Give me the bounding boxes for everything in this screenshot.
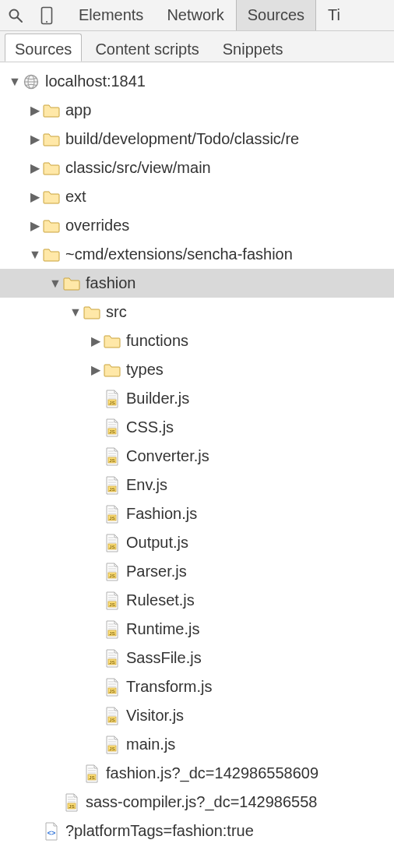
tree-row[interactable]: JSSassFile.js xyxy=(0,644,394,672)
tab-label: Ti xyxy=(328,6,340,23)
tree-node-label: Fashion.js xyxy=(126,505,197,523)
tree-row[interactable]: JSOutput.js xyxy=(0,528,394,557)
tree-row[interactable]: JSRuntime.js xyxy=(0,615,394,644)
tree-row[interactable]: JSsass-compiler.js?_dc=142986558 xyxy=(0,788,394,817)
folder-icon xyxy=(42,130,61,149)
svg-text:JS: JS xyxy=(109,457,114,462)
folder-icon xyxy=(83,303,101,322)
svg-text:JS: JS xyxy=(89,774,94,779)
jsfile-icon: JS xyxy=(62,793,81,812)
top-tab-elements[interactable]: Elements xyxy=(67,0,155,30)
svg-text:JS: JS xyxy=(109,573,114,577)
tree-row[interactable]: ▶overrides xyxy=(0,211,394,240)
svg-line-1 xyxy=(18,17,23,22)
folder-icon xyxy=(103,361,121,379)
jsfile-icon: JS xyxy=(103,620,121,639)
tree-row[interactable]: JSParser.js xyxy=(0,557,394,586)
svg-text:JS: JS xyxy=(109,544,114,549)
chevron-right-icon[interactable]: ▶ xyxy=(28,103,42,118)
tree-row[interactable]: ▼fashion xyxy=(0,269,394,298)
devtools-top-toolbar: ElementsNetworkSourcesTi xyxy=(0,0,394,31)
svg-text:JS: JS xyxy=(109,717,114,722)
tree-row[interactable]: JSFashion.js xyxy=(0,499,394,528)
tree-row[interactable]: JSBuilder.js xyxy=(0,384,394,413)
tree-node-label: Builder.js xyxy=(126,390,189,408)
tree-node-label: Ruleset.js xyxy=(126,591,195,609)
tree-node-label: classic/src/view/main xyxy=(65,159,211,177)
subtab-label: Content scripts xyxy=(95,41,199,58)
tree-node-label: types xyxy=(126,361,164,379)
tree-row[interactable]: ▶classic/src/view/main xyxy=(0,153,394,182)
svg-text:JS: JS xyxy=(109,659,114,664)
tab-label: Network xyxy=(167,6,223,23)
chevron-right-icon[interactable]: ▶ xyxy=(28,132,42,146)
svg-text:JS: JS xyxy=(109,602,114,606)
chevron-right-icon[interactable]: ▶ xyxy=(28,161,42,175)
tree-row[interactable]: JSfashion.js?_dc=142986558609 xyxy=(0,759,394,788)
tree-row[interactable]: JSmain.js xyxy=(0,730,394,759)
top-tab-sources[interactable]: Sources xyxy=(236,0,316,30)
jsfile-icon: JS xyxy=(103,563,121,581)
tree-node-label: main.js xyxy=(126,736,175,753)
chevron-right-icon[interactable]: ▶ xyxy=(89,333,103,348)
subtab-label: Sources xyxy=(15,41,72,58)
tree-row[interactable]: ▼src xyxy=(0,298,394,326)
tree-row[interactable]: JSVisitor.js xyxy=(0,701,394,730)
tree-row[interactable]: JSEnv.js xyxy=(0,471,394,499)
tree-node-label: Output.js xyxy=(126,534,188,552)
jsfile-icon: JS xyxy=(103,534,121,552)
jsfile-icon: JS xyxy=(103,649,121,668)
jsfile-icon: JS xyxy=(103,707,121,725)
top-tab-network[interactable]: Network xyxy=(155,0,235,30)
top-tabs: ElementsNetworkSourcesTi xyxy=(67,0,352,30)
tree-row[interactable]: ▶build/development/Todo/classic/re xyxy=(0,125,394,153)
chevron-right-icon[interactable]: ▶ xyxy=(89,362,103,377)
folder-icon xyxy=(42,101,61,120)
sub-tab-content-scripts[interactable]: Content scripts xyxy=(85,34,209,62)
chevron-down-icon[interactable]: ▼ xyxy=(69,305,83,319)
chevron-down-icon[interactable]: ▼ xyxy=(8,75,22,89)
tree-row[interactable]: JSRuleset.js xyxy=(0,586,394,615)
tree-row[interactable]: ▶types xyxy=(0,355,394,384)
subtab-label: Snippets xyxy=(223,41,283,58)
svg-text:JS: JS xyxy=(109,400,114,404)
tree-node-label: CSS.js xyxy=(126,418,174,436)
file-tree[interactable]: ▼localhost:1841▶app▶build/development/To… xyxy=(0,62,394,845)
tab-label: Elements xyxy=(79,6,143,23)
tree-node-label: Transform.js xyxy=(126,678,212,696)
sub-tab-sources[interactable]: Sources xyxy=(5,34,82,62)
folder-icon xyxy=(42,217,61,235)
jsfile-icon: JS xyxy=(103,447,121,466)
jsfile-icon: JS xyxy=(103,591,121,610)
chevron-right-icon[interactable]: ▶ xyxy=(28,218,42,233)
tree-node-label: build/development/Todo/classic/re xyxy=(65,130,299,148)
folder-icon xyxy=(62,274,81,293)
tree-row[interactable]: ▼localhost:1841 xyxy=(0,67,394,96)
tree-row[interactable]: JSCSS.js xyxy=(0,413,394,442)
tree-row[interactable]: ▶ext xyxy=(0,182,394,211)
tree-row[interactable]: JSConverter.js xyxy=(0,442,394,471)
tree-node-label: Parser.js xyxy=(126,563,187,580)
tree-row[interactable]: ▶functions xyxy=(0,326,394,355)
top-tab-ti[interactable]: Ti xyxy=(316,0,352,30)
sub-tab-snippets[interactable]: Snippets xyxy=(213,34,294,62)
codefile-icon: <> xyxy=(42,822,61,841)
tree-node-label: SassFile.js xyxy=(126,649,202,667)
device-icon[interactable] xyxy=(36,5,58,26)
tree-row[interactable]: ▼~cmd/extensions/sencha-fashion xyxy=(0,240,394,269)
tree-node-label: ext xyxy=(65,188,86,206)
jsfile-icon: JS xyxy=(103,505,121,524)
chevron-right-icon[interactable]: ▶ xyxy=(28,189,42,204)
tree-row[interactable]: ▶app xyxy=(0,96,394,125)
tree-row[interactable]: <>?platformTags=fashion:true xyxy=(0,817,394,845)
folder-icon xyxy=(103,332,121,351)
tree-node-label: app xyxy=(65,101,91,119)
tree-node-label: sass-compiler.js?_dc=142986558 xyxy=(86,793,317,811)
jsfile-icon: JS xyxy=(103,390,121,408)
search-icon[interactable] xyxy=(5,5,26,26)
jsfile-icon: JS xyxy=(103,736,121,754)
chevron-down-icon[interactable]: ▼ xyxy=(48,277,62,291)
jsfile-icon: JS xyxy=(83,764,101,783)
chevron-down-icon[interactable]: ▼ xyxy=(28,248,42,262)
tree-row[interactable]: JSTransform.js xyxy=(0,672,394,701)
